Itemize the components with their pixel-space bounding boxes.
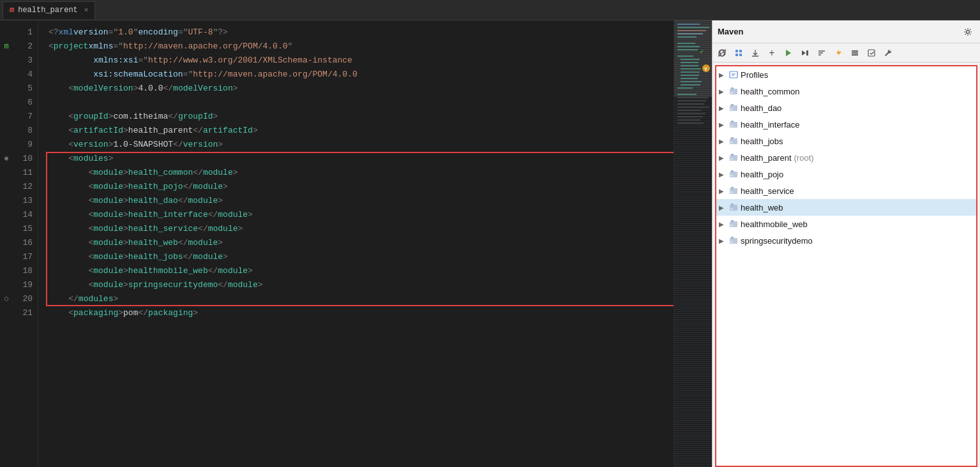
gutter-fold-20[interactable]: ◯ [0,292,13,306]
gutter-row-9 [0,138,13,152]
goals-button[interactable] [864,46,878,60]
tree-item-health-service[interactable]: ▶ m health_service [716,182,976,199]
tab-bar: m health_parent × [0,0,980,20]
svg-rect-59 [731,154,734,156]
tree-arrow-health-dao: ▶ [719,105,729,112]
line-num-7: 7 [20,110,33,124]
code-line-15: <module>health_service</module> [49,222,674,236]
maven-settings-button[interactable] [961,25,975,39]
svg-text:m: m [730,174,733,177]
tree-item-health-parent[interactable]: ▶ m health_parent (root) [716,149,976,166]
skip-icon [801,48,810,57]
mini-map-content: ✓ Y [674,20,712,467]
svg-rect-41 [852,50,858,52]
gutter-row-18 [0,264,13,278]
tree-item-health-pojo[interactable]: ▶ m health_pojo [716,166,976,182]
line-num-11: 11 [20,166,33,180]
add-icon: + [769,48,774,58]
svg-rect-25 [677,113,705,114]
tab-close-button[interactable]: × [84,6,89,14]
line-num-15: 15 [20,222,33,236]
line-num-12: 12 [20,180,33,194]
tree-item-health-jobs[interactable]: ▶ m health_jobs [716,133,976,149]
tree-item-health-dao[interactable]: ▶ m health_dao [716,100,976,116]
line-num-2: 2 [20,40,33,54]
svg-rect-53 [731,121,734,122]
healthmobile-web-icon: m [729,219,738,228]
line-num-19: 19 [20,278,33,292]
collapse-icon [817,48,826,57]
tab-filename: health_parent [18,6,78,15]
wrench-icon [884,48,893,57]
line-num-13: 13 [20,194,33,208]
mini-map[interactable]: ✓ Y [674,20,712,467]
code-line-2: <project xmlns="http://maven.apache.org/… [49,40,674,54]
run-button[interactable] [781,46,795,60]
svg-text:m: m [730,240,733,244]
wrench-button[interactable] [881,46,895,60]
tree-item-health-interface[interactable]: ▶ m health_interface [716,116,976,133]
code-line-12: <module>health_pojo</module> [49,180,674,194]
fold-button-20[interactable]: ◯ [4,292,8,306]
tree-item-profiles[interactable]: ▶ Profiles [716,66,976,83]
tree-label-health-parent: health_parent [741,153,792,163]
phases-button[interactable] [848,46,862,60]
gutter-row-2: m [0,40,13,54]
svg-rect-47 [731,87,734,89]
add-button[interactable]: + [765,46,779,60]
download-icon [751,48,760,57]
refresh-button[interactable] [715,46,729,60]
svg-rect-29 [674,20,712,97]
run-icon [784,48,793,57]
svg-rect-45 [730,71,737,78]
lightning-button[interactable] [831,46,845,60]
tree-label-profiles: Profiles [741,70,768,80]
tree-item-springsecuritydemo[interactable]: ▶ m springsecuritydemo [716,232,976,249]
health-parent-icon: m [729,153,738,162]
tree-item-health-web[interactable]: ▶ m health_web [716,199,976,216]
tree-label-health-common: health_common [741,87,800,96]
gutter-row-3 [0,54,13,68]
svg-point-33 [967,30,970,33]
line-num-6: 6 [20,96,33,110]
svg-rect-27 [677,119,700,121]
svg-rect-21 [677,100,706,101]
tree-item-health-common[interactable]: ▶ m health_common [716,83,976,100]
svg-rect-20 [677,97,708,98]
download-button[interactable] [748,46,762,60]
tree-label-health-web: health_web [741,203,783,212]
reimport-button[interactable] [732,46,746,60]
svg-rect-43 [852,54,858,56]
editor-code[interactable]: <?xml version="1.0" encoding="UTF-8"?> <… [38,20,674,467]
code-line-3: xmlns:xsi="http://www.w3.org/2001/XMLSch… [49,54,674,68]
tree-arrow-health-interface: ▶ [719,121,729,128]
gutter-row-1 [0,26,13,40]
editor-tab[interactable]: m health_parent × [3,1,95,19]
goals-icon [867,48,876,57]
maven-tree[interactable]: ▶ Profiles ▶ [716,66,976,466]
svg-rect-40 [806,50,808,56]
skip-tests-button[interactable] [798,46,812,60]
fold-button-10[interactable]: ◉ [4,152,8,166]
health-common-icon: m [729,87,738,96]
code-line-20: </modules> [49,292,674,306]
svg-rect-71 [731,220,734,222]
tree-item-healthmobile-web[interactable]: ▶ m healthmobile_web [716,216,976,232]
gutter-row-15 [0,222,13,236]
svg-rect-35 [739,50,742,52]
tree-label-health-service: health_service [741,186,794,196]
phases-icon [850,48,859,57]
svg-rect-23 [677,107,709,108]
svg-text:m: m [730,140,733,144]
svg-rect-42 [852,52,858,54]
gutter-fold-10[interactable]: ◉ [0,152,13,166]
svg-rect-22 [677,103,704,105]
code-line-10: <modules> [49,152,674,166]
svg-text:m: m [730,107,733,111]
collapse-button[interactable] [815,46,829,60]
code-line-6 [49,96,674,110]
svg-text:m: m [730,190,733,194]
svg-rect-74 [731,237,734,239]
tree-arrow-health-jobs: ▶ [719,138,729,145]
svg-rect-62 [731,170,734,172]
